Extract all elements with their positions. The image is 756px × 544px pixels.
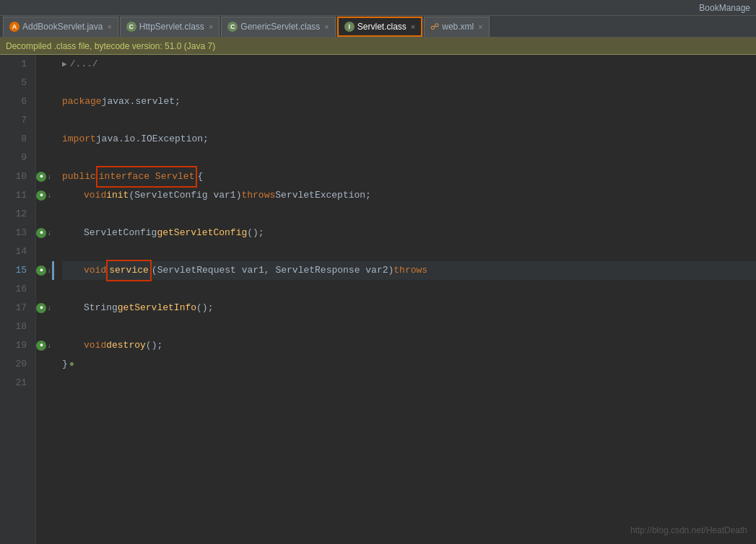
tab-label-genericservlet: GenericServlet.class [240, 22, 320, 32]
tab-servlet[interactable]: I Servlet.class × [337, 17, 422, 37]
gutter-icon-11[interactable]: ● [36, 190, 46, 201]
tab-close-addbookservlet[interactable]: × [107, 22, 111, 31]
init-params: (ServletConfig var1) [129, 186, 241, 205]
code-line-11: void init (ServletConfig var1) throws Se… [62, 186, 756, 205]
kw-interface: interface Servlet [96, 166, 198, 188]
tab-close-servlet[interactable]: × [411, 22, 415, 31]
gutter-12 [36, 205, 52, 224]
brace-icon: ● [69, 355, 74, 374]
method-service: service [106, 260, 152, 281]
line-num-7: 7 [0, 111, 31, 130]
tab-label-addbookservlet: AddBookServlet.java [22, 22, 103, 32]
gutter-18 [36, 317, 52, 336]
gutter-7 [36, 111, 52, 130]
line-num-8: 8 [0, 130, 31, 149]
tab-close-webxml[interactable]: × [478, 22, 482, 31]
line-num-10: 10 [0, 167, 31, 186]
gutter-11[interactable]: ● ↓ [36, 186, 52, 205]
kw-void-15: void [84, 261, 106, 280]
gutter-6 [36, 92, 52, 111]
gutter-icon-13[interactable]: ● [36, 228, 46, 238]
line-num-5: 5 [0, 74, 31, 92]
line-num-18: 18 [0, 317, 31, 336]
tab-label-servlet: Servlet.class [357, 22, 407, 32]
type-string: String [84, 299, 118, 317]
kw-throws-15: throws [394, 261, 427, 280]
line-num-14: 14 [0, 242, 31, 261]
fold-icon-1[interactable]: ▶ [62, 55, 67, 74]
tab-genericservlet[interactable]: C GenericServlet.class × [221, 17, 335, 37]
tab-icon-webxml: ☍ [430, 22, 439, 32]
gutter-icon-17[interactable]: ● [36, 303, 46, 313]
code-line-17: String getServletInfo (); [62, 299, 756, 317]
code-line-5 [62, 74, 756, 92]
code-line-1: ▶ /.../ [62, 55, 756, 74]
line-num-9: 9 [0, 149, 31, 167]
tab-webxml[interactable]: ☍ web.xml × [424, 17, 489, 37]
gutter-icon-10[interactable]: ● [36, 172, 46, 182]
code-line-7 [62, 111, 756, 130]
line-num-1: 1 [0, 55, 31, 74]
editor: 1 5 6 7 8 9 10 11 12 13 14 15 16 17 18 1… [0, 55, 756, 544]
kw-public-10: public [62, 167, 96, 186]
gutter-15[interactable]: ● ↓ [36, 261, 52, 280]
package-name: javax.servlet; [102, 92, 181, 111]
gutter-arrow-10: ↓ [47, 173, 51, 181]
exception-init: ServletException; [275, 186, 371, 205]
gutter-icon-19[interactable]: ● [36, 341, 46, 351]
line-num-6: 6 [0, 92, 31, 111]
tab-addbookservlet[interactable]: A AddBookServlet.java × [3, 17, 118, 37]
gutter-14 [36, 242, 52, 261]
gutter-21 [36, 374, 52, 392]
code-line-16 [62, 280, 756, 299]
tab-close-genericservlet[interactable]: × [324, 22, 329, 31]
gutter-9 [36, 149, 52, 167]
line-num-15: 15 [0, 261, 31, 280]
line-num-21: 21 [0, 374, 31, 392]
tab-close-httpservlet[interactable]: × [209, 22, 213, 31]
code-line-14 [62, 242, 756, 261]
tab-bar: A AddBookServlet.java × C HttpServlet.cl… [0, 16, 756, 38]
gutter-19[interactable]: ● ↓ [36, 336, 52, 355]
top-bar: BookManage [0, 0, 756, 16]
code-line-21 [62, 374, 756, 392]
info-bar: Decompiled .class file, bytecode version… [0, 38, 756, 55]
gutter-arrow-13: ↓ [47, 229, 51, 237]
code-line-9 [62, 149, 756, 167]
code-line-12 [62, 205, 756, 224]
gutter-20 [36, 355, 52, 374]
gutter-13[interactable]: ● ↓ [36, 224, 52, 242]
getservletinfo-params: (); [196, 299, 213, 317]
line-num-20: 20 [0, 355, 31, 374]
gutter-17[interactable]: ● ↓ [36, 299, 52, 317]
gutter-arrow-17: ↓ [47, 304, 51, 312]
method-init: init [106, 186, 129, 205]
code-line-18 [62, 317, 756, 336]
kw-throws-11: throws [241, 186, 275, 205]
method-destroy: destroy [106, 336, 146, 355]
import-class: java.io.IOException; [96, 130, 209, 149]
line-num-11: 11 [0, 186, 31, 205]
gutter: ● ↓ ● ↓ ● ↓ ● ↓ ● ↓ ● ↓ [36, 55, 52, 544]
destroy-params: (); [146, 336, 162, 355]
gutter-arrow-19: ↓ [47, 342, 51, 350]
tab-label-httpservlet: HttpServlet.class [139, 22, 204, 32]
tab-label-webxml: web.xml [442, 22, 474, 32]
type-servletconfig: ServletConfig [84, 224, 157, 242]
line-num-13: 13 [0, 224, 31, 242]
brace-close: } [62, 355, 68, 374]
code-collapsed-1: /.../ [70, 55, 98, 74]
tab-icon-servlet: I [344, 22, 355, 32]
kw-void-11: void [84, 186, 106, 205]
code-line-13: ServletConfig getServletConfig (); [62, 224, 756, 242]
kw-import: import [62, 130, 96, 149]
gutter-arrow-15: ↓ [47, 267, 51, 275]
gutter-arrow-11: ↓ [47, 192, 51, 200]
line-num-12: 12 [0, 205, 31, 224]
gutter-10[interactable]: ● ↓ [36, 167, 52, 186]
code-line-6: package javax.servlet; [62, 92, 756, 111]
tab-icon-genericservlet: C [227, 22, 238, 32]
brace-open: { [197, 167, 203, 186]
gutter-icon-15[interactable]: ● [36, 266, 46, 276]
tab-httpservlet[interactable]: C HttpServlet.class × [120, 17, 220, 37]
